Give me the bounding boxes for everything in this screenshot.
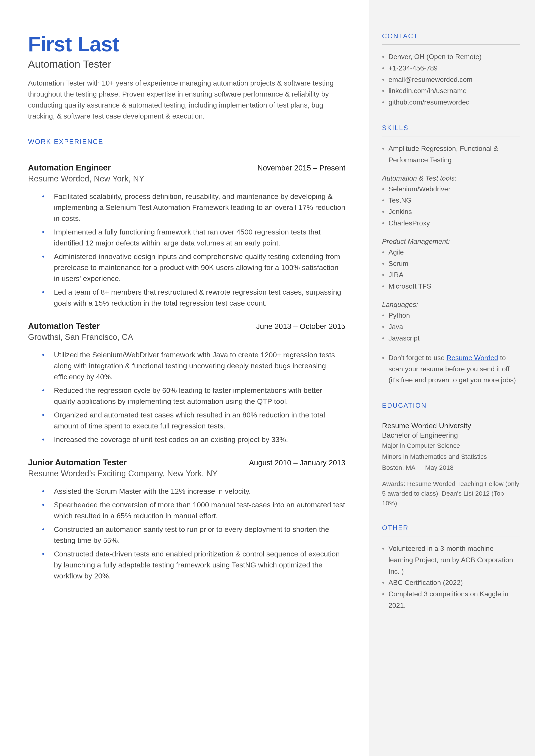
skills-tip: Don't forget to use Resume Worded to sca…	[382, 352, 520, 385]
education-degree: Bachelor of Engineering	[382, 431, 520, 439]
education-minors: Minors in Mathematics and Statistics	[382, 452, 520, 462]
other-item: Volunteered in a 3-month machine learnin…	[382, 543, 520, 577]
job-bullets: Facilitated scalability, process definit…	[28, 191, 345, 309]
education-major: Major in Computer Science	[382, 441, 520, 450]
education-block: Resume Worded University Bachelor of Eng…	[382, 422, 520, 508]
job-bullet: Reduced the regression cycle by 60% lead…	[54, 385, 345, 407]
job-dates: November 2015 – Present	[257, 164, 345, 172]
summary-text: Automation Tester with 10+ years of expe…	[28, 78, 345, 122]
job-block: Automation Engineer November 2015 – Pres…	[28, 163, 345, 309]
job-bullets: Assisted the Scrum Master with the 12% i…	[28, 486, 345, 581]
job-dates: June 2013 – October 2015	[256, 322, 345, 331]
contact-heading: CONTACT	[382, 32, 520, 44]
job-company: Resume Worded's Exciting Company, New Yo…	[28, 469, 345, 478]
job-company: Resume Worded, New York, NY	[28, 174, 345, 183]
job-bullet: Spearheaded the conversion of more than …	[54, 499, 345, 521]
job-bullet: Constructed an automation sanity test to…	[54, 524, 345, 546]
skill-item: Javascript	[382, 332, 520, 344]
skill-item: Amplitude Regression, Functional & Perfo…	[382, 143, 520, 166]
resume-worded-link[interactable]: Resume Worded	[446, 354, 498, 362]
other-item: Completed 3 competitions on Kaggle in 20…	[382, 588, 520, 611]
skill-item: Agile	[382, 246, 520, 258]
job-block: Automation Tester June 2013 – October 20…	[28, 322, 345, 445]
education-school: Resume Worded University	[382, 422, 520, 430]
job-bullet: Facilitated scalability, process definit…	[54, 191, 345, 224]
applicant-name: First Last	[28, 32, 345, 56]
job-block: Junior Automation Tester August 2010 – J…	[28, 458, 345, 581]
skill-item: Python	[382, 310, 520, 321]
contact-item: linkedin.com/in/username	[382, 85, 520, 97]
job-bullet: Organized and automated test cases which…	[54, 409, 345, 432]
other-heading: OTHER	[382, 524, 520, 536]
education-awards: Awards: Resume Worded Teaching Fellow (o…	[382, 479, 520, 508]
job-bullet: Utilized the Selenium/WebDriver framewor…	[54, 349, 345, 382]
job-bullet: Assisted the Scrum Master with the 12% i…	[54, 486, 345, 497]
job-bullet: Administered innovative design inputs an…	[54, 251, 345, 284]
contact-item: +1-234-456-789	[382, 63, 520, 74]
skill-group-list: Selenium/Webdriver TestNG Jenkins Charle…	[382, 183, 520, 229]
tip-prefix: Don't forget to use	[388, 354, 446, 362]
skill-item: Microsoft TFS	[382, 281, 520, 292]
applicant-title: Automation Tester	[28, 58, 345, 70]
contact-item: Denver, OH (Open to Remote)	[382, 51, 520, 63]
skill-group-title: Automation & Test tools:	[382, 174, 520, 182]
job-title: Automation Tester	[28, 322, 100, 331]
job-company: Growthsi, San Francisco, CA	[28, 332, 345, 342]
skill-item: TestNG	[382, 195, 520, 206]
sidebar-column: CONTACT Denver, OH (Open to Remote) +1-2…	[369, 0, 535, 756]
other-list: Volunteered in a 3-month machine learnin…	[382, 543, 520, 611]
contact-item: email@resumeworded.com	[382, 74, 520, 85]
job-bullet: Implemented a fully functioning framewor…	[54, 227, 345, 248]
work-experience-heading: WORK EXPERIENCE	[28, 138, 345, 150]
skill-item: CharlesProxy	[382, 217, 520, 229]
skill-item: Jenkins	[382, 206, 520, 217]
skills-heading: SKILLS	[382, 124, 520, 136]
skill-group-title: Languages:	[382, 301, 520, 309]
main-column: First Last Automation Tester Automation …	[0, 0, 369, 756]
education-heading: EDUCATION	[382, 402, 520, 414]
skill-item: Java	[382, 321, 520, 332]
job-bullets: Utilized the Selenium/WebDriver framewor…	[28, 349, 345, 445]
other-item: ABC Certification (2022)	[382, 577, 520, 588]
contact-list: Denver, OH (Open to Remote) +1-234-456-7…	[382, 51, 520, 108]
skill-item: Selenium/Webdriver	[382, 183, 520, 195]
job-bullet: Constructed data-driven tests and enable…	[54, 548, 345, 581]
job-bullet: Increased the coverage of unit-test code…	[54, 434, 345, 445]
skill-group-list: Agile Scrum JIRA Microsoft TFS	[382, 246, 520, 292]
job-bullet: Led a team of 8+ members that restructur…	[54, 287, 345, 309]
job-title: Junior Automation Tester	[28, 458, 127, 467]
skill-group-list: Python Java Javascript	[382, 310, 520, 344]
skill-item: JIRA	[382, 269, 520, 281]
contact-item: github.com/resumeworded	[382, 97, 520, 108]
job-title: Automation Engineer	[28, 163, 111, 172]
skill-item: Scrum	[382, 258, 520, 269]
skill-top: Amplitude Regression, Functional & Perfo…	[382, 143, 520, 166]
job-dates: August 2010 – January 2013	[249, 459, 345, 467]
skill-group-title: Product Management:	[382, 238, 520, 245]
education-location: Boston, MA — May 2018	[382, 463, 520, 472]
